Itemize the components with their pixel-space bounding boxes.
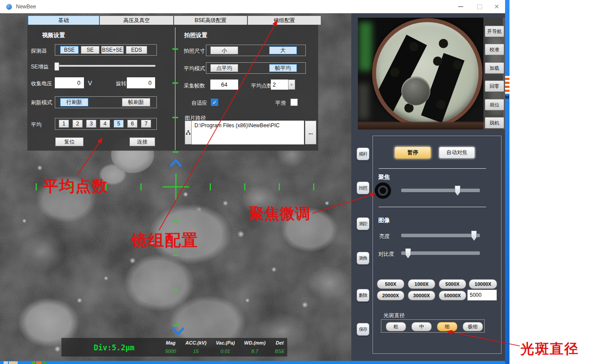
mag-30000x-button[interactable]: 30000X xyxy=(408,291,435,300)
path-input[interactable]: D:\Program Files (x86)\NewBee\PIC xyxy=(192,121,304,144)
button-label: BSE+SE xyxy=(102,47,123,53)
nav-load-button[interactable]: 加载 xyxy=(485,62,504,74)
button-label: 大 xyxy=(281,47,286,54)
measure-distance-button[interactable]: 测距 xyxy=(357,217,369,230)
rotation-input[interactable]: 0 xyxy=(127,77,155,88)
reset-button[interactable]: 复位 xyxy=(55,137,84,146)
status-header: Vac.(Pa) xyxy=(216,340,235,345)
desktop-icon-label: M xyxy=(505,95,510,100)
button-label: 5 xyxy=(117,121,120,127)
autofocus-button[interactable]: 自动对焦 xyxy=(439,147,475,159)
spot-fine-button[interactable]: 细 xyxy=(437,322,457,331)
nav-offline-button[interactable]: 脱机 xyxy=(485,117,504,129)
average-3-button[interactable]: 3 xyxy=(86,120,96,128)
nav-calibrate-button[interactable]: 校准 xyxy=(485,44,504,55)
spot-extra-fine-button[interactable]: 极细 xyxy=(463,322,483,331)
close-icon: ✕ xyxy=(494,3,499,10)
tab-hv-vacuum[interactable]: 高压及真空 xyxy=(99,15,174,25)
avg-points-dropdown-button[interactable]: ˅ xyxy=(288,80,295,90)
taskbar-icon-2[interactable] xyxy=(9,361,18,364)
detector-bse-se-button[interactable]: BSE+SE xyxy=(101,46,124,54)
desktop-icon-fragment[interactable] xyxy=(505,76,509,94)
button-label: 摇杆 xyxy=(359,151,367,157)
size-large-button[interactable]: 大 xyxy=(269,46,297,54)
refresh-frame-button[interactable]: 帧刷新 xyxy=(122,98,150,106)
mag-5000x-button[interactable]: 5000X xyxy=(439,279,466,289)
magnification-input[interactable]: 5000 xyxy=(468,290,497,300)
close-button[interactable]: ✕ xyxy=(488,0,505,13)
mag-1000x-button[interactable]: 1000X xyxy=(408,279,435,289)
tab-bse-advanced[interactable]: BSE高级配置 xyxy=(174,15,247,25)
tab-label: 高压及真空 xyxy=(123,17,150,24)
taskbar-icon-5[interactable] xyxy=(42,361,46,364)
minimize-button[interactable] xyxy=(451,0,471,13)
tab-lens-config[interactable]: 镜组配置 xyxy=(247,15,321,25)
refresh-line-button[interactable]: 行刷新 xyxy=(60,98,88,106)
taskbar-icon-1[interactable] xyxy=(4,361,8,364)
average-5-button[interactable]: 5 xyxy=(114,120,124,128)
spot-medium-button[interactable]: 中 xyxy=(411,322,432,331)
status-value: 0.01 xyxy=(216,349,235,354)
annotation-lens-config: 镜组配置 xyxy=(131,230,198,251)
delete-button[interactable]: 删除 xyxy=(357,289,369,302)
size-small-button[interactable]: 小 xyxy=(210,46,238,54)
snapshot-button[interactable]: 拍照 xyxy=(357,182,369,194)
input-value: 5000 xyxy=(470,292,482,298)
smooth-checkbox[interactable] xyxy=(290,99,298,106)
brightness-label: 亮度 xyxy=(379,233,390,240)
maximize-button[interactable] xyxy=(471,0,488,13)
button-label: 行刷新 xyxy=(66,99,82,106)
average-2-button[interactable]: 2 xyxy=(72,120,83,128)
se-gain-slider[interactable] xyxy=(54,65,156,67)
taskbar-icon-3[interactable] xyxy=(32,361,35,364)
adaptive-checkbox[interactable]: ✓ xyxy=(211,99,218,106)
frame-average-button[interactable]: 帧平均 xyxy=(269,64,297,72)
button-label: EDS xyxy=(131,47,142,53)
frames-input[interactable]: 64 xyxy=(210,80,238,90)
nav-open-navigation-button[interactable]: 开导航 xyxy=(485,26,504,37)
mag-500x-button[interactable]: 500X xyxy=(377,279,404,289)
mag-20000x-button[interactable]: 20000X xyxy=(377,291,404,300)
minimize-icon xyxy=(458,6,463,7)
detector-se-button[interactable]: SE xyxy=(81,46,99,54)
focus-slider[interactable] xyxy=(401,189,480,192)
status-col-det: Det BSE xyxy=(275,340,285,354)
mag-10000x-button[interactable]: 10000X xyxy=(469,279,497,289)
connect-button[interactable]: 连接 xyxy=(129,137,155,146)
nav-in-position-button[interactable]: 就位 xyxy=(485,99,504,110)
taskbar[interactable] xyxy=(0,361,505,364)
collect-voltage-input[interactable]: 0 xyxy=(55,77,84,88)
button-label: 4 xyxy=(103,121,106,127)
point-average-button[interactable]: 点平均 xyxy=(210,64,238,72)
photo-settings-header: 拍照设置 xyxy=(184,31,207,39)
tab-basic[interactable]: 基础 xyxy=(28,15,99,25)
path-lock-button[interactable] xyxy=(185,121,192,144)
taskbar-icon-4[interactable] xyxy=(36,361,42,364)
nav-return-zero-button[interactable]: 回零 xyxy=(485,80,504,92)
detector-bse-button[interactable]: BSE xyxy=(60,46,79,54)
average-7-button[interactable]: 7 xyxy=(141,120,151,128)
average-4-button[interactable]: 4 xyxy=(100,120,110,128)
measure-angle-button[interactable]: 测角 xyxy=(357,252,369,265)
button-label: 回零 xyxy=(490,83,499,90)
sample-cylinder xyxy=(401,76,430,106)
button-label: 极细 xyxy=(468,323,478,330)
browse-button[interactable]: ... xyxy=(305,121,316,144)
focus-fine-knob[interactable] xyxy=(375,182,391,199)
mag-50000x-button[interactable]: 50000X xyxy=(439,291,466,300)
detector-eds-button[interactable]: EDS xyxy=(126,46,147,54)
contrast-slider[interactable] xyxy=(401,251,480,255)
save-button[interactable]: 保存 xyxy=(357,323,369,336)
joystick-button[interactable]: 摇杆 xyxy=(357,148,369,160)
brightness-slider[interactable] xyxy=(401,234,480,237)
spot-coarse-button[interactable]: 粗 xyxy=(386,322,406,331)
pause-button[interactable]: 暂停 xyxy=(395,147,431,159)
window-title: NewBee xyxy=(16,4,36,10)
average-6-button[interactable]: 6 xyxy=(127,120,137,128)
se-gain-slider-thumb[interactable] xyxy=(54,62,59,71)
average-1-button[interactable]: 1 xyxy=(59,120,69,128)
spot-diameter-label: 光斑直径 xyxy=(384,312,405,319)
status-header: Det xyxy=(275,340,285,345)
camera-bottom-edge xyxy=(358,122,503,129)
stage-hole xyxy=(390,68,399,77)
